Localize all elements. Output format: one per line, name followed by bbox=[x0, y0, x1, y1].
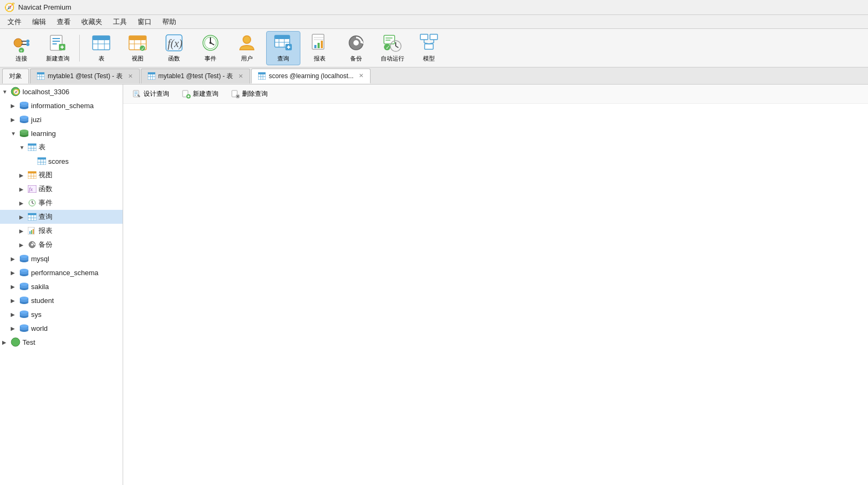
tab-table-icon-1 bbox=[37, 72, 44, 80]
views-group[interactable]: ▶ 视图 bbox=[0, 168, 123, 182]
toolbar-auto-run[interactable]: ✓ 自动运行 bbox=[375, 31, 410, 65]
tab-close-2[interactable]: ✕ bbox=[238, 73, 243, 80]
user-icon bbox=[237, 33, 256, 52]
db-information-schema[interactable]: ▶ information_schema bbox=[0, 98, 123, 112]
svg-rect-60 bbox=[420, 34, 428, 40]
main-area: 对象 mytable1 @test (Test) - 表 ✕ mytable1 … bbox=[0, 67, 868, 485]
toolbar-connect[interactable]: + 连接 bbox=[4, 31, 39, 65]
db-sakila-icon bbox=[19, 283, 29, 290]
backup-label: 备份 bbox=[350, 55, 362, 63]
db-juzi-icon bbox=[19, 116, 29, 123]
tables-group[interactable]: ▼ 表 bbox=[0, 140, 123, 154]
svg-text:f(x): f(x) bbox=[168, 37, 183, 50]
menu-window[interactable]: 窗口 bbox=[132, 16, 157, 28]
functions-arrow: ▶ bbox=[19, 186, 26, 192]
svg-rect-46 bbox=[321, 41, 323, 48]
menu-edit[interactable]: 编辑 bbox=[27, 16, 51, 28]
db-performance-schema[interactable]: ▶ performance_schema bbox=[0, 266, 123, 279]
scores-table-icon bbox=[37, 157, 46, 165]
functions-group[interactable]: ▶ fx 函数 bbox=[0, 182, 123, 196]
db-sakila-label: sakila bbox=[31, 283, 49, 291]
toolbar-report[interactable]: 报表 bbox=[303, 31, 337, 65]
tab-scores[interactable]: scores @learning (localhost... ✕ bbox=[251, 69, 371, 84]
svg-rect-98 bbox=[28, 143, 36, 146]
tab-table-icon-2 bbox=[148, 72, 155, 80]
menu-favorites[interactable]: 收藏夹 bbox=[76, 16, 108, 28]
toolbar-event[interactable]: 事件 bbox=[193, 31, 228, 65]
report-icon bbox=[310, 33, 329, 52]
connection-arrow: ▼ bbox=[2, 89, 9, 95]
design-query-button[interactable]: 设计查询 bbox=[127, 87, 175, 101]
svg-point-153 bbox=[11, 338, 20, 346]
function-label: 函数 bbox=[168, 55, 180, 63]
right-panel: 设计查询 新建查询 bbox=[123, 85, 868, 485]
toolbar-query[interactable]: 查询 bbox=[266, 31, 300, 65]
db-student[interactable]: ▶ student bbox=[0, 293, 123, 307]
db-student-label: student bbox=[31, 297, 54, 305]
db-world[interactable]: ▶ world bbox=[0, 321, 123, 335]
menu-help[interactable]: 帮助 bbox=[157, 16, 182, 28]
tab-objects-label: 对象 bbox=[9, 72, 22, 81]
toolbar-function[interactable]: f(x) 函数 bbox=[157, 31, 191, 65]
menu-view[interactable]: 查看 bbox=[51, 16, 76, 28]
svg-point-32 bbox=[209, 42, 212, 44]
backup-group[interactable]: ▶ 备份 bbox=[0, 238, 123, 252]
db-world-label: world bbox=[31, 324, 48, 332]
svg-point-0 bbox=[14, 39, 22, 47]
db-sys[interactable]: ▶ sys bbox=[0, 307, 123, 321]
table-scores[interactable]: ▶ scores bbox=[0, 154, 123, 168]
db-sakila[interactable]: ▶ sakila bbox=[0, 279, 123, 293]
db-learning[interactable]: ▼ learning bbox=[0, 126, 123, 140]
db-mysql[interactable]: ▶ mysql bbox=[0, 252, 123, 266]
test-connection-icon bbox=[11, 337, 20, 347]
delete-query-button[interactable]: 删除查询 bbox=[226, 87, 273, 101]
connection-test-label: Test bbox=[22, 338, 35, 346]
svg-rect-118 bbox=[28, 213, 36, 215]
svg-point-51 bbox=[353, 40, 359, 46]
db-performance-schema-label: performance_schema bbox=[31, 269, 99, 277]
tables-group-icon bbox=[28, 143, 36, 151]
queries-group[interactable]: ▶ 查询 bbox=[0, 210, 123, 224]
tab-close-3[interactable]: ✕ bbox=[359, 72, 364, 79]
svg-rect-52 bbox=[384, 35, 395, 44]
new-query-obj-button[interactable]: 新建查询 bbox=[177, 87, 224, 101]
toolbar-table[interactable]: 表 bbox=[84, 31, 118, 65]
db-student-icon bbox=[19, 297, 29, 304]
events-group[interactable]: ▶ 事件 bbox=[0, 196, 123, 210]
new-query-icon bbox=[48, 33, 67, 52]
svg-point-92 bbox=[20, 116, 28, 119]
tab-mytable1-2[interactable]: mytable1 @test (Test) - 表 ✕ bbox=[141, 69, 251, 84]
svg-text:🧭: 🧭 bbox=[13, 88, 20, 95]
toolbar: + 连接 新建查询 bbox=[0, 29, 868, 67]
db-juzi[interactable]: ▶ juzi bbox=[0, 112, 123, 126]
db-perf-icon bbox=[19, 269, 29, 276]
toolbar-user[interactable]: 用户 bbox=[230, 31, 264, 65]
menu-file[interactable]: 文件 bbox=[2, 16, 27, 28]
db-info-icon bbox=[19, 102, 29, 109]
connection-test[interactable]: ▶ Test bbox=[0, 335, 123, 349]
db-sakila-arrow: ▶ bbox=[11, 284, 17, 290]
menu-tools[interactable]: 工具 bbox=[108, 16, 132, 28]
sidebar: ▼ 🧭 localhost_3306 ▶ information_schema bbox=[0, 85, 123, 485]
db-info-arrow: ▶ bbox=[11, 103, 17, 109]
svg-point-136 bbox=[20, 269, 28, 272]
toolbar-view[interactable]: ✓ 视图 bbox=[120, 31, 155, 65]
tab-objects[interactable]: 对象 bbox=[2, 69, 29, 84]
toolbar-new-query[interactable]: 新建查询 bbox=[41, 31, 75, 65]
connect-icon: + bbox=[12, 33, 31, 52]
events-arrow: ▶ bbox=[19, 200, 26, 206]
tab-bar: 对象 mytable1 @test (Test) - 表 ✕ mytable1 … bbox=[0, 67, 868, 85]
svg-line-57 bbox=[396, 46, 398, 48]
svg-rect-73 bbox=[148, 72, 155, 74]
db-world-icon bbox=[19, 324, 29, 332]
reports-group[interactable]: ▶ 报表 bbox=[0, 224, 123, 238]
queries-arrow: ▶ bbox=[19, 214, 26, 220]
tab-close-1[interactable]: ✕ bbox=[128, 73, 133, 80]
scores-label: scores bbox=[48, 157, 69, 165]
toolbar-backup[interactable]: 备份 bbox=[339, 31, 373, 65]
svg-rect-45 bbox=[318, 43, 320, 48]
toolbar-model[interactable]: 模型 bbox=[412, 31, 446, 65]
connection-localhost[interactable]: ▼ 🧭 localhost_3306 bbox=[0, 85, 123, 98]
svg-rect-124 bbox=[31, 230, 32, 234]
tab-mytable1-1[interactable]: mytable1 @test (Test) - 表 ✕ bbox=[30, 69, 140, 84]
